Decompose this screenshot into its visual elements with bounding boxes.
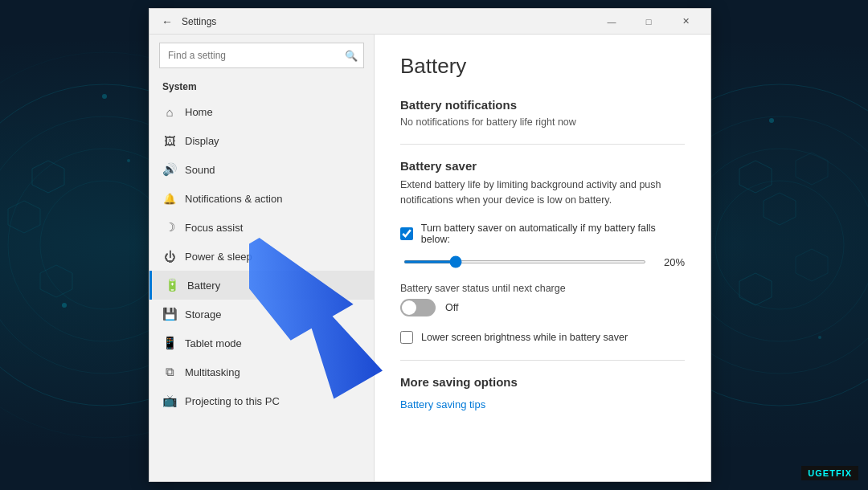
window-controls: — □ ✕ (593, 9, 704, 35)
power-icon: ⏻ (162, 249, 177, 263)
search-icon: 🔍 (345, 50, 358, 62)
svg-marker-13 (796, 249, 828, 281)
sidebar-item-tablet-label: Tablet mode (185, 337, 242, 349)
brightness-label: Lower screen brightness while in battery… (421, 332, 628, 343)
back-button[interactable]: ← (156, 10, 178, 33)
battery-status-label: Battery saver status until next charge (400, 283, 685, 294)
auto-saver-row: Turn battery saver on automatically if m… (400, 223, 685, 245)
divider-1 (400, 144, 685, 145)
toggle-state-label: Off (445, 302, 458, 313)
status-row: Battery saver status until next charge (400, 283, 685, 294)
svg-point-20 (769, 118, 774, 123)
battery-notifications-desc: No notifications for battery life right … (400, 116, 685, 128)
sidebar-item-battery-label: Battery (187, 280, 220, 292)
battery-saver-toggle[interactable] (400, 299, 436, 316)
sidebar-item-multitasking-label: Multitasking (185, 366, 240, 378)
sidebar-item-display-label: Display (185, 135, 219, 147)
battery-icon: 🔋 (165, 278, 179, 292)
multitasking-icon: ⧉ (162, 365, 177, 379)
settings-window: ← Settings — □ ✕ 🔍 System ⌂ Home 🖼 Displ… (149, 8, 711, 482)
sidebar-item-sound-label: Sound (185, 164, 215, 176)
title-bar: ← Settings — □ ✕ (149, 9, 710, 35)
sidebar-item-power[interactable]: ⏻ Power & sleep (149, 242, 374, 271)
sidebar: 🔍 System ⌂ Home 🖼 Display 🔊 Sound 🔔 Noti… (149, 35, 375, 481)
window-title: Settings (182, 16, 216, 27)
system-section-label: System (149, 76, 374, 97)
brightness-row: Lower screen brightness while in battery… (400, 331, 685, 344)
sidebar-item-battery[interactable]: 🔋 Battery (149, 271, 374, 300)
sidebar-item-focus-assist[interactable]: ☽ Focus assist (149, 213, 374, 242)
watermark: UGETFIX (801, 466, 858, 480)
battery-saver-title: Battery saver (400, 159, 685, 173)
content-area: 🔍 System ⌂ Home 🖼 Display 🔊 Sound 🔔 Noti… (149, 35, 710, 481)
page-title: Battery (400, 54, 685, 79)
battery-notifications-title: Battery notifications (400, 98, 685, 112)
divider-2 (400, 360, 685, 361)
battery-threshold-value: 20% (656, 256, 685, 268)
search-input[interactable] (159, 43, 364, 68)
search-container: 🔍 (159, 43, 364, 68)
sidebar-item-display[interactable]: 🖼 Display (149, 126, 374, 155)
display-icon: 🖼 (162, 133, 177, 148)
battery-saver-desc: Extend battery life by limiting backgrou… (400, 178, 685, 208)
sidebar-item-projecting-label: Projecting to this PC (185, 395, 280, 407)
maximize-button[interactable]: □ (630, 9, 667, 35)
sidebar-item-focus-label: Focus assist (185, 222, 243, 234)
tablet-icon: 📱 (162, 336, 177, 350)
sidebar-item-storage[interactable]: 💾 Storage (149, 300, 374, 329)
sidebar-item-notifications[interactable]: 🔔 Notifications & action (149, 184, 374, 213)
main-panel: Battery Battery notifications No notific… (375, 35, 710, 481)
minimize-button[interactable]: — (593, 9, 630, 35)
sidebar-item-storage-label: Storage (185, 308, 222, 321)
svg-point-19 (62, 303, 67, 308)
battery-threshold-row: 20% (403, 256, 685, 268)
svg-point-17 (102, 94, 107, 99)
svg-marker-10 (764, 193, 796, 225)
focus-assist-icon: ☽ (162, 220, 177, 235)
sidebar-item-notifications-label: Notifications & action (185, 193, 282, 205)
brightness-checkbox[interactable] (400, 331, 413, 344)
sidebar-item-tablet[interactable]: 📱 Tablet mode (149, 329, 374, 357)
auto-saver-checkbox[interactable] (400, 227, 413, 240)
projecting-icon: 📺 (162, 394, 177, 408)
sidebar-item-home[interactable]: ⌂ Home (149, 97, 374, 126)
svg-marker-14 (32, 161, 64, 193)
svg-marker-15 (8, 201, 40, 233)
sidebar-item-multitasking[interactable]: ⧉ Multitasking (149, 357, 374, 386)
svg-marker-9 (739, 161, 772, 193)
svg-point-8 (715, 181, 844, 309)
more-saving-title: More saving options (400, 375, 685, 389)
svg-marker-12 (739, 273, 772, 305)
close-button[interactable]: ✕ (667, 9, 704, 35)
sound-icon: 🔊 (162, 162, 177, 177)
svg-point-21 (818, 336, 821, 339)
storage-icon: 💾 (162, 307, 177, 321)
battery-threshold-slider[interactable] (403, 260, 646, 263)
svg-point-18 (127, 159, 130, 162)
svg-marker-11 (796, 153, 828, 185)
battery-saving-tips-link[interactable]: Battery saving tips (400, 398, 485, 410)
sidebar-item-projecting[interactable]: 📺 Projecting to this PC (149, 386, 374, 415)
auto-saver-label: Turn battery saver on automatically if m… (421, 223, 685, 245)
battery-saver-toggle-row: Off (400, 299, 685, 316)
sidebar-item-power-label: Power & sleep (185, 251, 252, 263)
sidebar-item-sound[interactable]: 🔊 Sound (149, 155, 374, 184)
notifications-icon: 🔔 (162, 191, 177, 206)
home-icon: ⌂ (162, 104, 177, 119)
sidebar-item-home-label: Home (185, 106, 213, 118)
